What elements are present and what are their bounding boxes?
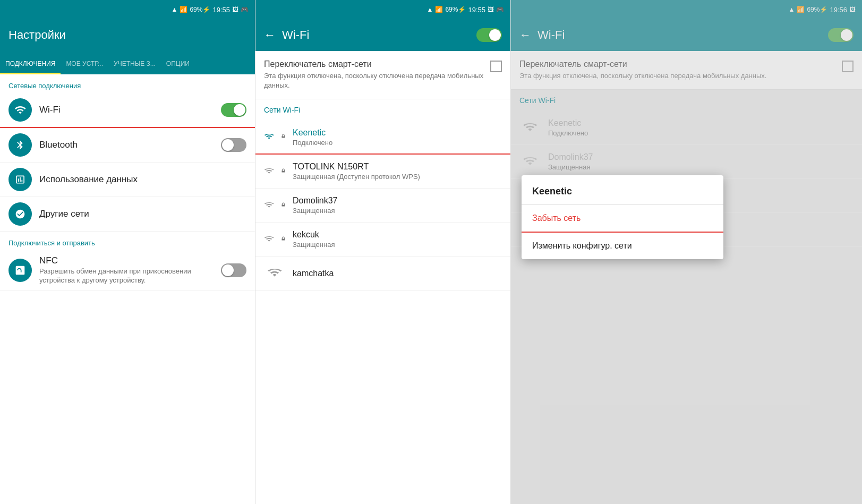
- signal-bars-icon-2: 📶: [435, 6, 443, 13]
- settings-item-nfc[interactable]: NFC Разрешить обмен данными при прикосно…: [0, 250, 255, 291]
- wifi-toggle[interactable]: [221, 103, 246, 117]
- kamchatka-name: kamchatka: [293, 269, 502, 278]
- wifi-toggle-switch[interactable]: [221, 103, 246, 117]
- settings-item-other[interactable]: Другие сети: [0, 197, 255, 232]
- game-icon-2: 🎮: [496, 6, 504, 13]
- nfc-toggle-switch[interactable]: [221, 263, 246, 277]
- signal-bars-icon: 📶: [180, 6, 187, 13]
- popup-forget-network[interactable]: Забыть сеть: [522, 205, 723, 233]
- bluetooth-toggle-switch[interactable]: [221, 138, 246, 152]
- tab-accounts[interactable]: УЧЕТНЫЕ З...: [108, 55, 161, 74]
- settings-panel: ▲ 📶 69%⚡ 19:55 🖼 🎮 Настройки ПОДКЛЮЧЕНИЯ…: [0, 0, 255, 504]
- kekcuk-wifi-icon: [264, 234, 285, 245]
- smart-switch-checkbox[interactable]: [490, 61, 502, 72]
- tab-connections[interactable]: ПОДКЛЮЧЕНИЯ: [0, 55, 61, 74]
- bluetooth-icon: [8, 133, 32, 157]
- wifi-title: Wi-Fi: [282, 28, 309, 42]
- nfc-item-subtitle: Разрешить обмен данными при прикосновени…: [39, 267, 221, 285]
- tab-my-device[interactable]: МОЕ УСТР...: [61, 55, 108, 74]
- kekcuk-network-text: kekcuk Защищенная: [293, 230, 502, 249]
- settings-item-wifi[interactable]: Wi-Fi: [0, 93, 255, 128]
- tab-options[interactable]: ОПЦИИ: [161, 55, 195, 74]
- wifi-panel-3: ▲ 📶 69%⚡ 19:56 🖼 ← Wi-Fi Переключатель с…: [511, 0, 862, 504]
- wifi-status-icon-2: ▲: [427, 6, 433, 13]
- wifi-network-domolink[interactable]: Domolink37 Защищенная: [255, 189, 510, 223]
- data-item-text: Использование данных: [39, 174, 246, 185]
- domolink-name: Domolink37: [293, 196, 502, 206]
- settings-tabs: ПОДКЛЮЧЕНИЯ МОЕ УСТР... УЧЕТНЫЕ З... ОПЦ…: [0, 51, 255, 74]
- wifi-item-text: Wi-Fi: [39, 105, 221, 115]
- bluetooth-item-title: Bluetooth: [39, 140, 221, 150]
- data-icon: [8, 168, 32, 191]
- kekcuk-status: Защищенная: [293, 241, 502, 249]
- popup-modify-network[interactable]: Изменить конфигур. сети: [522, 233, 723, 259]
- status-time-1: 19:55: [212, 6, 230, 14]
- wifi-networks-header: Сети Wi-Fi: [255, 99, 510, 121]
- section-connect: Подключиться и отправить: [0, 232, 255, 250]
- totolink-name: TOTOLINK N150RT: [293, 162, 502, 172]
- wifi-icon: [8, 98, 32, 122]
- smart-switch-title: Переключатель смарт-сети: [264, 59, 484, 69]
- settings-item-bluetooth[interactable]: Bluetooth: [0, 128, 255, 163]
- kamchatka-network-text: kamchatka: [293, 269, 502, 278]
- nfc-icon: [8, 259, 32, 282]
- section-network: Сетевые подключения: [0, 74, 255, 93]
- domolink-network-text: Domolink37 Защищенная: [293, 196, 502, 215]
- wifi-main-toggle[interactable]: [476, 28, 502, 42]
- wifi-panel: ▲ 📶 69%⚡ 19:55 🖼 🎮 ← Wi-Fi Переключатель…: [255, 0, 511, 504]
- wifi-back-button[interactable]: ←: [264, 28, 276, 42]
- status-icons-1: ▲ 📶 69%⚡ 19:55 🖼 🎮: [172, 6, 249, 14]
- data-item-title: Использование данных: [39, 174, 246, 185]
- totolink-wifi-icon: [264, 166, 285, 177]
- wifi-network-totolink[interactable]: TOTOLINK N150RT Защищенная (Доступен про…: [255, 155, 510, 189]
- network-options-popup: Keenetic Забыть сеть Изменить конфигур. …: [522, 175, 723, 259]
- screenshot-icon: 🖼: [232, 6, 238, 13]
- wifi-network-kekcuk[interactable]: kekcuk Защищенная: [255, 223, 510, 257]
- status-time-2: 19:55: [468, 6, 485, 14]
- other-item-title: Другие сети: [39, 209, 246, 219]
- kekcuk-name: kekcuk: [293, 230, 502, 240]
- keenetic-network-text: Keenetic Подключено: [293, 128, 502, 147]
- keenetic-wifi-icon: [264, 131, 285, 143]
- kamchatka-wifi-icon: [264, 268, 285, 279]
- smart-switch-section: Переключатель смарт-сети Эта функция отк…: [255, 51, 510, 99]
- wifi-item-title: Wi-Fi: [39, 105, 221, 115]
- screenshot-icon-2: 🖼: [488, 6, 494, 13]
- wifi-status-icon: ▲: [172, 6, 178, 13]
- wifi-network-keenetic[interactable]: Keenetic Подключено: [255, 121, 510, 155]
- status-bar-1: ▲ 📶 69%⚡ 19:55 🖼 🎮: [0, 0, 255, 19]
- smart-switch-text: Переключатель смарт-сети Эта функция отк…: [264, 59, 484, 90]
- bluetooth-item-text: Bluetooth: [39, 140, 221, 150]
- keenetic-status: Подключено: [293, 139, 502, 147]
- bluetooth-toggle[interactable]: [221, 138, 246, 152]
- battery-icon: 69%⚡: [190, 6, 210, 13]
- totolink-status: Защищенная (Доступен протокол WPS): [293, 173, 502, 181]
- game-icon: 🎮: [241, 6, 249, 13]
- battery-icon-2: 69%⚡: [445, 6, 466, 13]
- status-bar-2: ▲ 📶 69%⚡ 19:55 🖼 🎮: [255, 0, 510, 19]
- status-icons-2: ▲ 📶 69%⚡ 19:55 🖼 🎮: [427, 6, 504, 14]
- nfc-item-text: NFC Разрешить обмен данными при прикосно…: [39, 255, 221, 285]
- smart-switch-subtitle: Эта функция отключена, поскольку отключе…: [264, 71, 484, 90]
- wifi-top-bar: ← Wi-Fi: [255, 19, 510, 51]
- popup-network-name: Keenetic: [522, 175, 723, 204]
- settings-item-data[interactable]: Использование данных: [0, 163, 255, 197]
- wifi-network-kamchatka[interactable]: kamchatka: [255, 257, 510, 291]
- domolink-status: Защищенная: [293, 207, 502, 215]
- nfc-item-title: NFC: [39, 255, 221, 266]
- domolink-wifi-icon: [264, 200, 285, 211]
- nfc-toggle[interactable]: [221, 263, 246, 277]
- settings-top-bar: Настройки: [0, 19, 255, 51]
- keenetic-name: Keenetic: [293, 128, 502, 138]
- other-networks-icon: [8, 202, 32, 226]
- other-item-text: Другие сети: [39, 209, 246, 219]
- totolink-network-text: TOTOLINK N150RT Защищенная (Доступен про…: [293, 162, 502, 181]
- settings-title: Настройки: [8, 28, 66, 42]
